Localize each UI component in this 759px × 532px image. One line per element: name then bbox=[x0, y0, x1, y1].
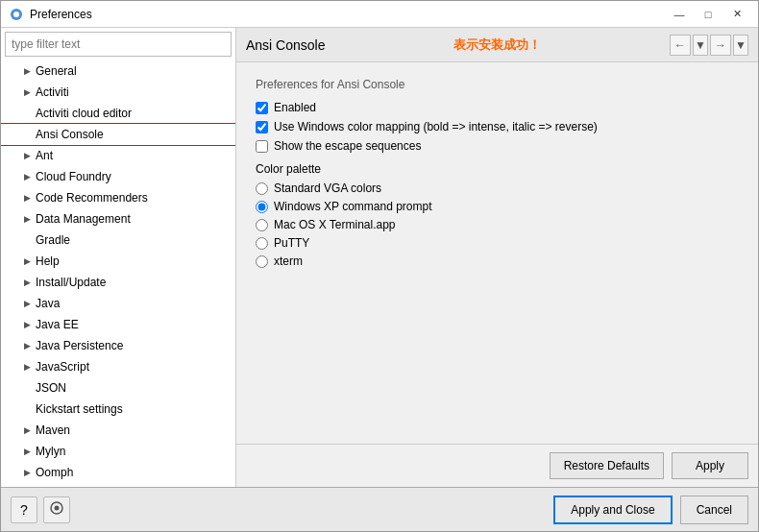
settings-button[interactable] bbox=[43, 496, 70, 523]
settings-icon bbox=[49, 500, 64, 519]
sidebar-item-label: Install/Update bbox=[36, 276, 106, 289]
sidebar-item-json[interactable]: ▶ JSON bbox=[1, 377, 235, 399]
svg-point-3 bbox=[55, 506, 60, 511]
window-controls: — □ ✕ bbox=[666, 5, 750, 24]
radio-putty-row: PuTTY bbox=[256, 236, 739, 250]
show-escape-checkbox[interactable] bbox=[256, 140, 268, 153]
nav-back-dropdown-button[interactable]: ▼ bbox=[693, 35, 708, 56]
radio-putty[interactable] bbox=[256, 237, 268, 250]
radio-xterm[interactable] bbox=[256, 255, 268, 268]
expand-arrow-java-ee: ▶ bbox=[20, 318, 34, 331]
panel-title: Ansi Console bbox=[246, 37, 326, 53]
sidebar-item-label: Java Persistence bbox=[36, 339, 123, 352]
sidebar-item-kickstart[interactable]: ▶ Kickstart settings bbox=[1, 399, 235, 420]
expand-arrow-cloud: ▶ bbox=[20, 170, 34, 183]
nav-forward-button[interactable]: → bbox=[710, 35, 731, 56]
svg-point-1 bbox=[13, 12, 19, 17]
radio-windows-xp[interactable] bbox=[256, 201, 268, 213]
expand-arrow-maven: ▶ bbox=[20, 423, 34, 437]
help-button[interactable]: ? bbox=[11, 496, 37, 523]
sidebar-item-label: Activiti bbox=[36, 85, 69, 99]
radio-xterm-label: xterm bbox=[274, 254, 303, 268]
nav-forward-dropdown-button[interactable]: ▼ bbox=[733, 35, 748, 56]
section-description: Preferences for Ansi Console bbox=[256, 78, 739, 91]
expand-arrow-java: ▶ bbox=[20, 297, 34, 310]
expand-arrow-code: ▶ bbox=[20, 191, 34, 205]
apply-button[interactable]: Apply bbox=[672, 452, 748, 479]
sidebar-item-label: Help bbox=[36, 254, 60, 268]
bottom-right-controls: Apply and Close Cancel bbox=[553, 496, 748, 524]
radio-standard-vga-label: Standard VGA colors bbox=[274, 181, 381, 195]
sidebar-item-cloud-foundry[interactable]: ▶ Cloud Foundry bbox=[1, 166, 235, 187]
sidebar-item-ansi-console[interactable]: ▶ Ansi Console bbox=[1, 124, 235, 145]
cancel-button[interactable]: Cancel bbox=[680, 496, 748, 524]
sidebar-item-ant[interactable]: ▶ Ant bbox=[1, 145, 235, 166]
nav-back-button[interactable]: ← bbox=[670, 35, 691, 56]
sidebar-item-javascript[interactable]: ▶ JavaScript bbox=[1, 356, 235, 377]
sidebar-item-code-recommenders[interactable]: ▶ Code Recommenders bbox=[1, 187, 235, 208]
apply-close-button[interactable]: Apply and Close bbox=[553, 496, 672, 524]
help-icon: ? bbox=[20, 502, 28, 518]
sidebar-item-java-persistence[interactable]: ▶ Java Persistence bbox=[1, 335, 235, 356]
expand-arrow-java-persistence: ▶ bbox=[20, 339, 34, 352]
tree-list: ▶ General ▶ Activiti ▶ Activiti cloud ed… bbox=[1, 60, 235, 487]
checkbox-windows-color-row: Use Windows color mapping (bold => inten… bbox=[256, 120, 739, 133]
sidebar-item-mylyn[interactable]: ▶ Mylyn bbox=[1, 441, 235, 462]
radio-mac[interactable] bbox=[256, 219, 268, 231]
sidebar-item-data-management[interactable]: ▶ Data Management bbox=[1, 208, 235, 230]
close-button[interactable]: ✕ bbox=[723, 5, 750, 24]
checkbox-enabled-row: Enabled bbox=[256, 101, 739, 114]
sidebar-item-label: Ansi Console bbox=[36, 128, 104, 141]
nav-arrows: ← ▼ → ▼ bbox=[670, 35, 748, 56]
enabled-label: Enabled bbox=[274, 101, 316, 114]
sidebar-item-maven[interactable]: ▶ Maven bbox=[1, 420, 235, 441]
minimize-button[interactable]: — bbox=[666, 5, 693, 24]
sidebar-item-java[interactable]: ▶ Java bbox=[1, 293, 235, 314]
radio-standard-vga-row: Standard VGA colors bbox=[256, 181, 739, 195]
filter-input[interactable] bbox=[5, 32, 232, 57]
radio-standard-vga[interactable] bbox=[256, 182, 268, 195]
bottom-bar: ? Apply and Close Cancel bbox=[1, 487, 758, 531]
radio-mac-row: Mac OS X Terminal.app bbox=[256, 218, 739, 231]
sidebar-item-label: Activiti cloud editor bbox=[36, 107, 132, 120]
enabled-checkbox[interactable] bbox=[256, 102, 268, 114]
expand-arrow-activiti: ▶ bbox=[20, 85, 34, 99]
maximize-button[interactable]: □ bbox=[695, 5, 722, 24]
use-windows-color-checkbox[interactable] bbox=[256, 121, 268, 133]
sidebar-item-label: Java EE bbox=[36, 318, 79, 331]
restore-defaults-button[interactable]: Restore Defaults bbox=[550, 452, 664, 479]
bottom-left-controls: ? bbox=[11, 496, 70, 523]
sidebar-item-help[interactable]: ▶ Help bbox=[1, 251, 235, 272]
sidebar-item-activiti[interactable]: ▶ Activiti bbox=[1, 82, 235, 103]
sidebar-item-general[interactable]: ▶ General bbox=[1, 60, 235, 82]
radio-putty-label: PuTTY bbox=[274, 236, 309, 250]
sidebar-item-label: JSON bbox=[36, 381, 66, 395]
right-body: Preferences for Ansi Console Enabled Use… bbox=[236, 62, 758, 444]
sidebar-item-install-update[interactable]: ▶ Install/Update bbox=[1, 272, 235, 293]
left-panel: ▶ General ▶ Activiti ▶ Activiti cloud ed… bbox=[1, 28, 236, 487]
sidebar-item-label: Cloud Foundry bbox=[36, 170, 111, 183]
checkbox-escape-row: Show the escape sequences bbox=[256, 139, 739, 153]
sidebar-item-label: General bbox=[36, 64, 77, 78]
sidebar-item-activiti-cloud-editor[interactable]: ▶ Activiti cloud editor bbox=[1, 103, 235, 124]
sidebar-item-label: JavaScript bbox=[36, 360, 89, 374]
window-icon bbox=[9, 7, 24, 22]
expand-arrow-help: ▶ bbox=[20, 254, 34, 268]
windows-color-label: Use Windows color mapping (bold => inten… bbox=[274, 120, 598, 133]
sidebar-item-oomph[interactable]: ▶ Oomph bbox=[1, 462, 235, 483]
expand-arrow-data: ▶ bbox=[20, 212, 34, 226]
expand-arrow-js: ▶ bbox=[20, 360, 34, 374]
sidebar-item-label: Kickstart settings bbox=[36, 402, 123, 416]
sidebar-item-gradle[interactable]: ▶ Gradle bbox=[1, 230, 235, 251]
sidebar-item-label: Maven bbox=[36, 423, 70, 437]
sidebar-item-java-ee[interactable]: ▶ Java EE bbox=[1, 314, 235, 335]
sidebar-item-label: Oomph bbox=[36, 466, 73, 479]
window-title: Preferences bbox=[30, 8, 660, 21]
right-panel: Ansi Console 表示安装成功！ ← ▼ → ▼ Preferences… bbox=[236, 28, 758, 487]
expand-arrow-oomph: ▶ bbox=[20, 466, 34, 479]
sidebar-item-label: Gradle bbox=[36, 233, 70, 247]
color-palette-label: Color palette bbox=[256, 162, 739, 176]
sidebar-item-label: Mylyn bbox=[36, 445, 65, 458]
sidebar-item-label: Code Recommenders bbox=[36, 191, 148, 205]
radio-windows-xp-label: Windows XP command prompt bbox=[274, 200, 432, 213]
